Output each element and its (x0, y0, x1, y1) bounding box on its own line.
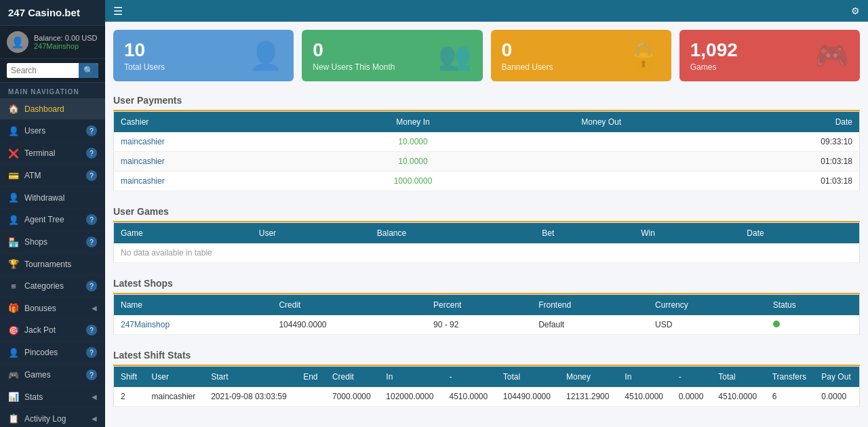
stat-icon-1: 👥 (438, 40, 472, 72)
shift-stats-title: Latest Shift Stats (113, 344, 860, 366)
stat-card-1: 0 New Users This Month 👥 (302, 30, 482, 81)
shift-table: Shift User Start End Credit In - Total M… (113, 366, 860, 407)
nav-arrow-14: ◀ (92, 415, 97, 422)
search-input-wrap: 🔍 (7, 63, 98, 78)
sidebar-item-activity-log[interactable]: 📋Activity Log◀ (0, 408, 105, 427)
nav-badge-11: ? (86, 347, 97, 358)
topbar: ☰ ⚙ (105, 0, 868, 22)
payment-cashier-0[interactable]: maincashier (114, 132, 320, 152)
payment-row-0: maincashier 10.0000 09:33:10 (114, 132, 860, 152)
search-button[interactable]: 🔍 (79, 63, 98, 78)
sidebar-item-categories[interactable]: ≡Categories? (0, 275, 105, 298)
payments-header-row: Cashier Money In Money Out Date (114, 112, 860, 133)
shift-in-0: 102000.0000 (379, 387, 442, 407)
user-payments-title: User Payments (113, 89, 860, 111)
nav-label-12: Games (24, 370, 86, 380)
payment-cashier-2[interactable]: maincashier (114, 171, 320, 191)
shift-total-0: 104490.0000 (496, 387, 559, 407)
nav-label-3: ATM (24, 171, 86, 180)
shift-end-0 (296, 387, 326, 407)
nav-icon-4: 👤 (8, 192, 19, 203)
col-date2: Date (740, 223, 859, 244)
payment-row-2: maincashier 1000.0000 01:03:18 (114, 171, 860, 191)
nav-label-11: Pincodes (24, 348, 86, 357)
stat-number-2: 0 (502, 39, 553, 61)
nav-icon-5: 👤 (8, 215, 19, 225)
sidebar-item-users[interactable]: 👤Users? (0, 120, 105, 142)
payment-row-1: maincashier 10.0000 01:03:18 (114, 152, 860, 171)
main-content: ☰ ⚙ 10 Total Users 👤 0 New Users This Mo… (105, 0, 868, 427)
games-header-row: Game User Balance Bet Win Date (114, 223, 860, 244)
nav-arrow-13: ◀ (92, 393, 97, 401)
sidebar-item-games[interactable]: 🎮Games? (0, 364, 105, 386)
nav-label-5: Agent Tree (24, 215, 86, 224)
sidebar-item-atm[interactable]: 💳ATM? (0, 165, 105, 187)
nav-badge-8: ? (86, 281, 97, 291)
col-money-out: Money Out (506, 112, 696, 133)
user-games-table: Game User Balance Bet Win Date No data a… (113, 222, 860, 263)
sidebar-item-pincodes[interactable]: 👤Pincodes? (0, 342, 105, 364)
user-shop: 247Mainshop (34, 42, 98, 50)
sidebar-item-tournaments[interactable]: 🏆Tournaments (0, 253, 105, 275)
no-data-cell: No data available in table (114, 243, 860, 263)
payment-money-in-1: 10.0000 (320, 152, 506, 171)
payment-cashier-1[interactable]: maincashier (114, 152, 320, 171)
sidebar-item-agent-tree[interactable]: 👤Agent Tree? (0, 209, 105, 231)
nav-label-14: Activity Log (24, 414, 92, 424)
stat-card-2: 0 Banned Users 🔒 (491, 30, 671, 81)
nav-label-8: Categories (24, 281, 86, 291)
sidebar-item-terminal[interactable]: ❌Terminal? (0, 142, 105, 165)
nav-label-9: Bonuses (24, 304, 92, 313)
shop-name-0[interactable]: 247Mainshop (114, 315, 273, 335)
payment-date-1: 01:03:18 (696, 152, 859, 171)
shift-user-0: maincashier (145, 387, 205, 407)
settings-icon[interactable]: ⚙ (851, 5, 860, 16)
col-currency: Currency (648, 295, 766, 316)
search-input[interactable] (7, 63, 79, 78)
shop-credit-0: 104490.0000 (272, 315, 427, 335)
user-games-section: User Games Game User Balance Bet Win Dat… (113, 201, 860, 263)
nav-label-2: Terminal (24, 148, 86, 158)
nav-arrow-9: ◀ (92, 304, 97, 312)
shift-num-0: 2 (114, 387, 145, 407)
sidebar: 247 Casino.bet 👤 Balance: 0.00 USD 247Ma… (0, 0, 105, 427)
sidebar-item-shops[interactable]: 🏪Shops? (0, 231, 105, 253)
nav-items: 🏠Dashboard👤Users?❌Terminal?💳ATM?👤Withdra… (0, 98, 105, 427)
stat-text-2: 0 Banned Users (502, 39, 553, 72)
content-area: User Payments Cashier Money In Money Out… (105, 89, 868, 427)
sidebar-item-stats[interactable]: 📊Stats◀ (0, 386, 105, 408)
col-shift: Shift (114, 367, 145, 388)
nav-icon-6: 🏪 (8, 237, 19, 247)
col-dash1: - (442, 367, 496, 388)
sidebar-item-withdrawal[interactable]: 👤Withdrawal (0, 187, 105, 209)
payment-money-out-1 (506, 152, 696, 171)
col-shift-total: Total (496, 367, 559, 388)
shop-row-0: 247Mainshop 104490.0000 90 - 92 Default … (114, 315, 860, 335)
stat-number-0: 10 (124, 39, 165, 61)
nav-icon-0: 🏠 (8, 104, 19, 114)
stat-number-3: 1,092 (690, 39, 738, 61)
nav-badge-6: ? (86, 237, 97, 247)
shift-in2-0: 4510.0000 (618, 387, 671, 407)
no-data-row: No data available in table (114, 243, 860, 263)
sidebar-item-bonuses[interactable]: 🎁Bonuses◀ (0, 298, 105, 319)
nav-icon-1: 👤 (8, 126, 19, 136)
payment-money-out-0 (506, 132, 696, 152)
payments-body: maincashier 10.0000 09:33:10 maincashier… (114, 132, 860, 191)
shift-money-0: 12131.2900 (559, 387, 618, 407)
nav-icon-3: 💳 (8, 171, 19, 181)
nav-icon-2: ❌ (8, 148, 19, 159)
stat-text-3: 1,092 Games (690, 39, 738, 72)
nav-badge-12: ? (86, 369, 97, 380)
user-payments-section: User Payments Cashier Money In Money Out… (113, 89, 860, 191)
stats-row: 10 Total Users 👤 0 New Users This Month … (105, 22, 868, 89)
menu-icon[interactable]: ☰ (113, 5, 123, 18)
nav-icon-13: 📊 (8, 392, 19, 402)
stat-icon-2: 🔒 (627, 40, 660, 72)
sidebar-item-dashboard[interactable]: 🏠Dashboard (0, 98, 105, 120)
nav-icon-11: 👤 (8, 348, 19, 358)
stat-label-0: Total Users (124, 62, 165, 72)
sidebar-item-jack-pot[interactable]: 🎯Jack Pot? (0, 319, 105, 342)
nav-label-10: Jack Pot (24, 325, 86, 335)
user-details: Balance: 0.00 USD 247Mainshop (34, 34, 98, 50)
